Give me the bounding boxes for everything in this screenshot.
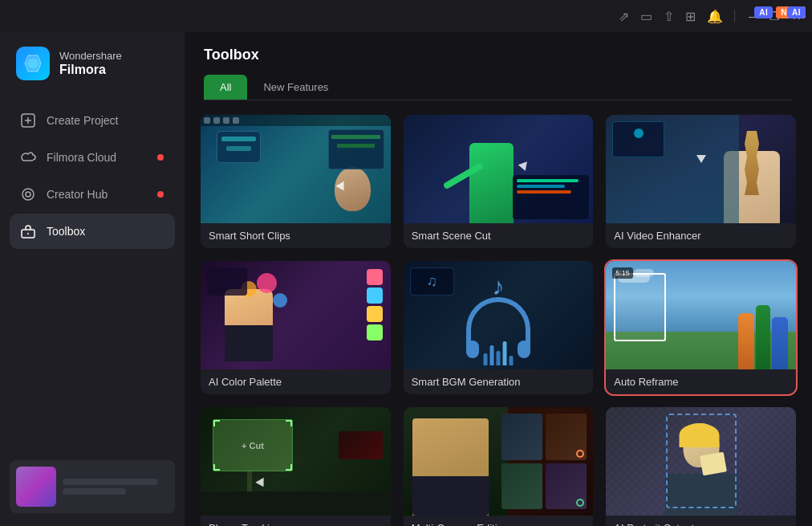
tool-label-smart-bgm-generation: Smart BGM Generation: [404, 369, 594, 394]
sidebar-nav: Create Project Filmora Cloud: [0, 96, 185, 255]
tool-card-ai-color-palette[interactable]: AI NEW AI Color Palette: [201, 261, 391, 394]
upload-icon[interactable]: ⇧: [664, 9, 674, 24]
share-icon[interactable]: ⇗: [619, 9, 629, 24]
sidebar-item-label-filmora-cloud: Filmora Cloud: [47, 151, 116, 164]
user-profile-bar[interactable]: [10, 460, 175, 513]
app-logo-icon: [16, 47, 50, 80]
monitor-icon[interactable]: ▭: [640, 9, 652, 24]
tab-all[interactable]: All: [204, 75, 247, 100]
sidebar-item-label-create-project: Create Project: [47, 114, 118, 127]
sidebar-item-label-creator-hub: Creator Hub: [47, 188, 108, 201]
bell-icon[interactable]: 🔔: [707, 9, 723, 24]
title-bar: ⇗ ▭ ⇧ ⊞ 🔔 – ❐ ✕: [0, 0, 812, 32]
tool-card-multi-camera-editing[interactable]: NEW Multi-Camera Editing: [404, 407, 594, 526]
page-title: Toolbox: [204, 47, 793, 63]
tool-thumb-ai-portrait-cutout: [606, 407, 796, 516]
svg-point-5: [22, 189, 34, 200]
tool-label-smart-short-clips: Smart Short Clips: [201, 223, 391, 248]
creator-hub-icon: [19, 186, 37, 203]
svg-point-6: [26, 192, 30, 197]
avatar: [16, 467, 56, 507]
tool-label-ai-video-enhancer: AI Video Enhancer: [606, 223, 796, 248]
tool-label-smart-scene-cut: Smart Scene Cut: [404, 223, 594, 248]
tool-card-ai-video-enhancer[interactable]: AI Video Enhancer: [606, 115, 796, 248]
tool-grid-area: Smart Short Clips: [185, 100, 812, 526]
toolbox-icon: [19, 222, 37, 240]
tool-thumb-ai-color-palette: [201, 261, 391, 369]
sidebar-item-creator-hub[interactable]: Creator Hub: [10, 177, 175, 212]
sidebar-bottom: [0, 447, 185, 526]
content-header: Toolbox All New Features: [185, 32, 812, 100]
sidebar-item-label-toolbox: Toolbox: [47, 225, 85, 238]
tool-thumb-smart-scene-cut: [404, 115, 594, 223]
tool-label-multi-camera-editing: Multi-Camera Editing: [404, 516, 594, 526]
logo-text: Wondershare Filmora: [59, 50, 122, 78]
tool-thumb-ai-video-enhancer: [606, 115, 796, 223]
tool-card-smart-bgm-generation[interactable]: ♪: [404, 261, 594, 394]
user-info: [63, 479, 168, 495]
tool-card-smart-scene-cut[interactable]: Smart Scene Cut: [404, 115, 594, 248]
sbgm-note-deco: ♪: [492, 273, 504, 300]
tool-label-ai-color-palette: AI Color Palette: [201, 369, 391, 394]
logo-area: Wondershare Filmora: [0, 32, 185, 96]
brand-name: Wondershare: [59, 50, 122, 63]
creator-hub-notification-dot: [157, 191, 164, 198]
main-layout: Wondershare Filmora Create Project: [0, 32, 812, 526]
title-bar-divider: [734, 10, 735, 22]
tool-thumb-smart-bgm-generation: ♪: [404, 261, 594, 369]
tool-card-ai-portrait-cutout[interactable]: AI AI Portrait Cutout: [606, 407, 796, 526]
acp-person-deco: [225, 289, 273, 361]
sidebar-item-create-project[interactable]: Create Project: [10, 103, 175, 138]
user-detail-line: [63, 488, 126, 495]
main-content: Toolbox All New Features: [185, 32, 812, 526]
ssc-deco-panel: [217, 131, 261, 163]
filmora-cloud-notification-dot: [157, 154, 164, 161]
tool-label-auto-reframe: Auto Reframe: [606, 369, 796, 394]
sidebar-item-filmora-cloud[interactable]: Filmora Cloud: [10, 140, 175, 175]
tab-new-features[interactable]: New Features: [247, 75, 344, 100]
tabs-bar: All New Features: [204, 75, 793, 100]
tool-card-smart-short-clips[interactable]: Smart Short Clips: [201, 115, 391, 248]
tool-card-planar-tracking[interactable]: + Cut: [201, 407, 391, 526]
tool-thumb-multi-camera-editing: [404, 407, 594, 516]
sidebar: Wondershare Filmora Create Project: [0, 32, 185, 526]
sidebar-item-toolbox[interactable]: Toolbox: [10, 214, 175, 249]
ar-timestamp: 5:15: [612, 267, 633, 279]
grid-icon[interactable]: ⊞: [685, 9, 696, 24]
tool-card-auto-reframe[interactable]: 5:15 AI NEW Auto Reframe: [606, 261, 796, 394]
product-name: Filmora: [59, 62, 122, 77]
tool-thumb-auto-reframe: 5:15: [606, 261, 796, 369]
create-project-icon: [19, 112, 37, 129]
tool-grid: Smart Short Clips: [201, 115, 796, 526]
tool-thumb-smart-short-clips: [201, 115, 391, 223]
tool-label-ai-portrait-cutout: AI Portrait Cutout: [606, 516, 796, 526]
cursor-deco-aive: [696, 155, 706, 163]
username-line: [63, 479, 158, 485]
filmora-cloud-icon: [19, 149, 37, 166]
tool-thumb-planar-tracking: + Cut: [201, 407, 391, 516]
tool-label-planar-tracking: Planar Tracking: [201, 516, 391, 526]
